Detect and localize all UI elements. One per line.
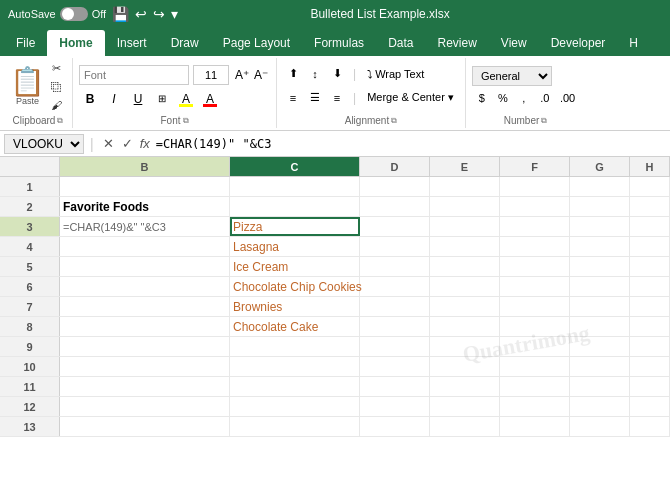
- cell-c6[interactable]: Chocolate Chip Cookies: [230, 277, 360, 296]
- cell-c12[interactable]: [230, 397, 360, 416]
- fill-color-button[interactable]: A: [175, 89, 197, 109]
- border-button[interactable]: ⊞: [151, 89, 173, 109]
- format-painter-button[interactable]: 🖌: [47, 97, 66, 113]
- cell-d10[interactable]: [360, 357, 430, 376]
- cell-f11[interactable]: [500, 377, 570, 396]
- cell-d8[interactable]: [360, 317, 430, 336]
- cell-c10[interactable]: [230, 357, 360, 376]
- tab-formulas[interactable]: Formulas: [302, 30, 376, 56]
- cell-e1[interactable]: [430, 177, 500, 196]
- cell-d7[interactable]: [360, 297, 430, 316]
- cut-button[interactable]: ✂: [47, 60, 66, 77]
- cell-h7[interactable]: [630, 297, 670, 316]
- cell-b4[interactable]: [60, 237, 230, 256]
- cell-h6[interactable]: [630, 277, 670, 296]
- tab-developer[interactable]: Developer: [539, 30, 618, 56]
- cell-d2[interactable]: [360, 197, 430, 216]
- cell-e13[interactable]: [430, 417, 500, 436]
- cell-g12[interactable]: [570, 397, 630, 416]
- cell-d12[interactable]: [360, 397, 430, 416]
- cell-f6[interactable]: [500, 277, 570, 296]
- cell-h13[interactable]: [630, 417, 670, 436]
- currency-button[interactable]: $: [472, 88, 492, 108]
- cell-f13[interactable]: [500, 417, 570, 436]
- cell-c7[interactable]: Brownies: [230, 297, 360, 316]
- cell-d6[interactable]: [360, 277, 430, 296]
- cell-b11[interactable]: [60, 377, 230, 396]
- cell-f8[interactable]: [500, 317, 570, 336]
- cell-h12[interactable]: [630, 397, 670, 416]
- cell-h2[interactable]: [630, 197, 670, 216]
- tab-home[interactable]: Home: [47, 30, 104, 56]
- font-color-button[interactable]: A: [199, 89, 221, 109]
- cell-g1[interactable]: [570, 177, 630, 196]
- tab-review[interactable]: Review: [425, 30, 488, 56]
- tab-draw[interactable]: Draw: [159, 30, 211, 56]
- cell-f5[interactable]: [500, 257, 570, 276]
- formula-input[interactable]: [156, 137, 666, 151]
- cell-h9[interactable]: [630, 337, 670, 356]
- cell-g10[interactable]: [570, 357, 630, 376]
- percent-button[interactable]: %: [493, 88, 513, 108]
- confirm-formula-button[interactable]: ✓: [119, 136, 136, 151]
- decrease-decimal-button[interactable]: .0: [535, 88, 555, 108]
- cell-f12[interactable]: [500, 397, 570, 416]
- cell-e5[interactable]: [430, 257, 500, 276]
- cell-b9[interactable]: [60, 337, 230, 356]
- cell-g7[interactable]: [570, 297, 630, 316]
- cell-e3[interactable]: [430, 217, 500, 236]
- italic-button[interactable]: I: [103, 89, 125, 109]
- increase-decimal-button[interactable]: .00: [556, 88, 579, 108]
- customize-icon[interactable]: ▾: [171, 6, 178, 22]
- cell-d13[interactable]: [360, 417, 430, 436]
- cell-b12[interactable]: [60, 397, 230, 416]
- tab-insert[interactable]: Insert: [105, 30, 159, 56]
- cell-b10[interactable]: [60, 357, 230, 376]
- cell-h1[interactable]: [630, 177, 670, 196]
- align-bottom-button[interactable]: ⬇: [327, 64, 347, 84]
- comma-button[interactable]: ,: [514, 88, 534, 108]
- cell-b2[interactable]: Favorite Foods: [60, 197, 230, 216]
- cell-b3[interactable]: =CHAR(149)&" "&C3: [60, 217, 230, 236]
- cell-e12[interactable]: [430, 397, 500, 416]
- tab-data[interactable]: Data: [376, 30, 425, 56]
- wrap-text-button[interactable]: ⤵ Wrap Text: [362, 64, 429, 84]
- cell-c5[interactable]: Ice Cream: [230, 257, 360, 276]
- col-header-h[interactable]: H: [630, 157, 670, 176]
- cell-b7[interactable]: [60, 297, 230, 316]
- number-format-select[interactable]: General Number Currency: [472, 66, 552, 86]
- cell-f3[interactable]: [500, 217, 570, 236]
- cell-c2[interactable]: [230, 197, 360, 216]
- cell-d9[interactable]: [360, 337, 430, 356]
- col-header-b[interactable]: B: [60, 157, 230, 176]
- cell-d11[interactable]: [360, 377, 430, 396]
- cell-h5[interactable]: [630, 257, 670, 276]
- underline-button[interactable]: U: [127, 89, 149, 109]
- cell-g11[interactable]: [570, 377, 630, 396]
- clipboard-expander[interactable]: ⧉: [57, 116, 63, 126]
- cell-g8[interactable]: [570, 317, 630, 336]
- alignment-expander[interactable]: ⧉: [391, 116, 397, 126]
- cell-d4[interactable]: [360, 237, 430, 256]
- align-center-button[interactable]: ☰: [305, 88, 325, 108]
- cell-b8[interactable]: [60, 317, 230, 336]
- cell-c1[interactable]: [230, 177, 360, 196]
- cell-h8[interactable]: [630, 317, 670, 336]
- cell-e2[interactable]: [430, 197, 500, 216]
- font-size-input[interactable]: [193, 65, 229, 85]
- cell-g6[interactable]: [570, 277, 630, 296]
- cell-c9[interactable]: [230, 337, 360, 356]
- cell-c3[interactable]: Pizza: [230, 217, 360, 236]
- cell-d5[interactable]: [360, 257, 430, 276]
- col-header-d[interactable]: D: [360, 157, 430, 176]
- col-header-f[interactable]: F: [500, 157, 570, 176]
- autosave-toggle[interactable]: [60, 7, 88, 21]
- col-header-c[interactable]: C: [230, 157, 360, 176]
- cell-e9[interactable]: [430, 337, 500, 356]
- cell-e8[interactable]: [430, 317, 500, 336]
- cell-c8[interactable]: Chocolate Cake: [230, 317, 360, 336]
- font-name-input[interactable]: [79, 65, 189, 85]
- cell-g5[interactable]: [570, 257, 630, 276]
- copy-button[interactable]: ⿻: [47, 79, 66, 95]
- paste-button[interactable]: 📋: [10, 68, 45, 96]
